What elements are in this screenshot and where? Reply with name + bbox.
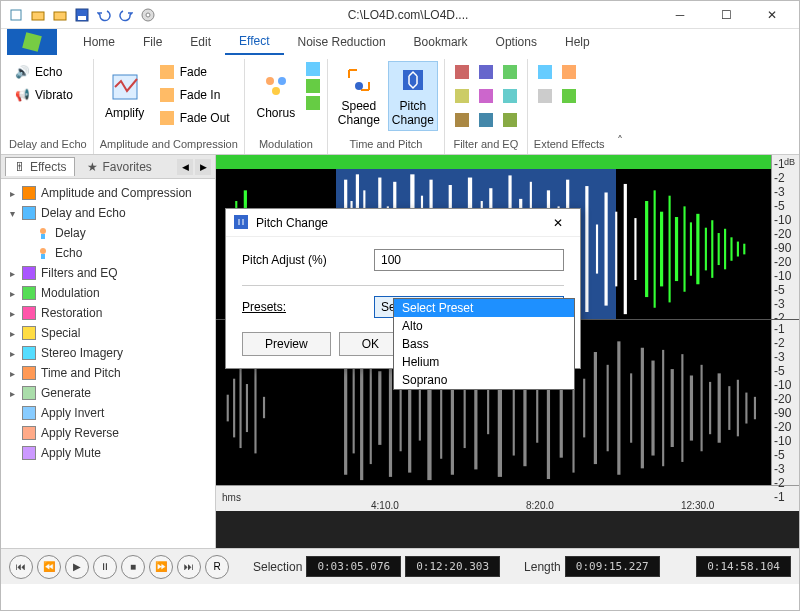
sidebar-tab-effects[interactable]: 🎚Effects: [5, 157, 75, 176]
vibrato-button[interactable]: 📢Vibrato: [9, 84, 77, 106]
tree-expand-icon[interactable]: ▸: [7, 308, 17, 319]
ext-opt4[interactable]: [558, 85, 580, 107]
tree-item-apply-invert[interactable]: Apply Invert: [3, 403, 213, 423]
tab-options[interactable]: Options: [482, 29, 551, 55]
echo-button[interactable]: 🔊Echo: [9, 61, 77, 83]
ext-opt2[interactable]: [558, 61, 580, 83]
eq-opt4[interactable]: [451, 85, 473, 107]
sidebar-tab-favorites[interactable]: ★Favorites: [79, 158, 159, 176]
eq-opt8[interactable]: [475, 109, 497, 131]
pitch-adjust-input[interactable]: [374, 249, 564, 271]
tree-expand-icon[interactable]: ▸: [7, 348, 17, 359]
forward-button[interactable]: ⏩: [149, 555, 173, 579]
tree-item-delay[interactable]: Delay: [3, 223, 213, 243]
eq-opt1[interactable]: [451, 61, 473, 83]
modulation-opt1[interactable]: [305, 61, 321, 77]
tab-home[interactable]: Home: [69, 29, 129, 55]
tree-expand-icon[interactable]: ▸: [7, 328, 17, 339]
tab-bookmark[interactable]: Bookmark: [400, 29, 482, 55]
eq-opt2[interactable]: [475, 61, 497, 83]
tab-noise-reduction[interactable]: Noise Reduction: [284, 29, 400, 55]
cd-icon[interactable]: [140, 7, 156, 23]
dialog-titlebar[interactable]: Pitch Change ✕: [226, 209, 580, 237]
tab-help[interactable]: Help: [551, 29, 604, 55]
pitch-change-button[interactable]: Pitch Change: [388, 61, 438, 131]
ribbon-collapse-button[interactable]: ˄: [611, 59, 629, 154]
sidebar-prev[interactable]: ◀: [177, 159, 193, 175]
tree-item-modulation[interactable]: ▸Modulation: [3, 283, 213, 303]
ext-opt3[interactable]: [534, 85, 556, 107]
close-button[interactable]: ✕: [749, 1, 795, 29]
dropdown-option-select-preset[interactable]: Select Preset: [394, 299, 574, 317]
svg-rect-104: [607, 365, 609, 451]
dropdown-option-bass[interactable]: Bass: [394, 335, 574, 353]
tree-expand-icon[interactable]: [7, 448, 17, 459]
tree-item-special[interactable]: ▸Special: [3, 323, 213, 343]
skip-end-button[interactable]: ⏭: [177, 555, 201, 579]
app-button[interactable]: [7, 29, 57, 55]
amplify-button[interactable]: Amplify: [100, 61, 150, 131]
tree-expand-icon[interactable]: ▾: [7, 208, 17, 219]
tree-node-icon: [21, 285, 37, 301]
open-cd-icon[interactable]: [52, 7, 68, 23]
sidebar: 🎚Effects ★Favorites ◀ ▶ ▸Amplitude and C…: [1, 155, 216, 548]
tree-item-restoration[interactable]: ▸Restoration: [3, 303, 213, 323]
time-ruler[interactable]: hms 4:10.0 8:20.0 12:30.0: [216, 485, 799, 511]
tree-item-generate[interactable]: ▸Generate: [3, 383, 213, 403]
tab-edit[interactable]: Edit: [176, 29, 225, 55]
tree-item-delay-and-echo[interactable]: ▾Delay and Echo: [3, 203, 213, 223]
tree-expand-icon[interactable]: ▸: [7, 368, 17, 379]
tree-item-filters-and-eq[interactable]: ▸Filters and EQ: [3, 263, 213, 283]
eq-opt9[interactable]: [499, 109, 521, 131]
save-icon[interactable]: [74, 7, 90, 23]
maximize-button[interactable]: ☐: [703, 1, 749, 29]
redo-icon[interactable]: [118, 7, 134, 23]
tree-item-stereo-imagery[interactable]: ▸Stereo Imagery: [3, 343, 213, 363]
modulation-opt2[interactable]: [305, 78, 321, 94]
record-button[interactable]: R: [205, 555, 229, 579]
open-icon[interactable]: [30, 7, 46, 23]
ext-opt1[interactable]: [534, 61, 556, 83]
fade-button[interactable]: Fade: [154, 61, 234, 83]
tree-item-apply-mute[interactable]: Apply Mute: [3, 443, 213, 463]
tree-expand-icon[interactable]: [7, 428, 17, 439]
tree-item-echo[interactable]: Echo: [3, 243, 213, 263]
play-button[interactable]: ▶: [65, 555, 89, 579]
eq-opt6[interactable]: [499, 85, 521, 107]
tree-item-time-and-pitch[interactable]: ▸Time and Pitch: [3, 363, 213, 383]
svg-rect-110: [671, 369, 674, 447]
dropdown-option-alto[interactable]: Alto: [394, 317, 574, 335]
new-icon[interactable]: [8, 7, 24, 23]
fade-in-button[interactable]: Fade In: [154, 84, 234, 106]
dropdown-option-soprano[interactable]: Soprano: [394, 371, 574, 389]
eq-opt3[interactable]: [499, 61, 521, 83]
svg-rect-69: [718, 233, 720, 265]
eq-opt5[interactable]: [475, 85, 497, 107]
rewind-button[interactable]: ⏪: [37, 555, 61, 579]
speed-change-button[interactable]: Speed Change: [334, 61, 384, 131]
undo-icon[interactable]: [96, 7, 112, 23]
skip-start-button[interactable]: ⏮: [9, 555, 33, 579]
ruler-tick-1: 4:10.0: [371, 500, 399, 511]
tree-expand-icon[interactable]: ▸: [7, 388, 17, 399]
modulation-opt3[interactable]: [305, 95, 321, 111]
preview-button[interactable]: Preview: [242, 332, 331, 356]
fade-out-button[interactable]: Fade Out: [154, 107, 234, 129]
tree-expand-icon[interactable]: ▸: [7, 188, 17, 199]
tree-item-apply-reverse[interactable]: Apply Reverse: [3, 423, 213, 443]
tree-item-amplitude-and-compression[interactable]: ▸Amplitude and Compression: [3, 183, 213, 203]
dialog-close-button[interactable]: ✕: [544, 211, 572, 235]
tab-file[interactable]: File: [129, 29, 176, 55]
tab-effect[interactable]: Effect: [225, 29, 283, 55]
eq-opt7[interactable]: [451, 109, 473, 131]
chorus-button[interactable]: Chorus: [251, 61, 301, 131]
svg-rect-79: [263, 397, 265, 418]
pause-button[interactable]: ⏸: [93, 555, 117, 579]
tree-expand-icon[interactable]: [7, 408, 17, 419]
minimize-button[interactable]: ─: [657, 1, 703, 29]
tree-expand-icon[interactable]: ▸: [7, 268, 17, 279]
sidebar-next[interactable]: ▶: [195, 159, 211, 175]
tree-expand-icon[interactable]: ▸: [7, 288, 17, 299]
dropdown-option-helium[interactable]: Helium: [394, 353, 574, 371]
stop-button[interactable]: ■: [121, 555, 145, 579]
